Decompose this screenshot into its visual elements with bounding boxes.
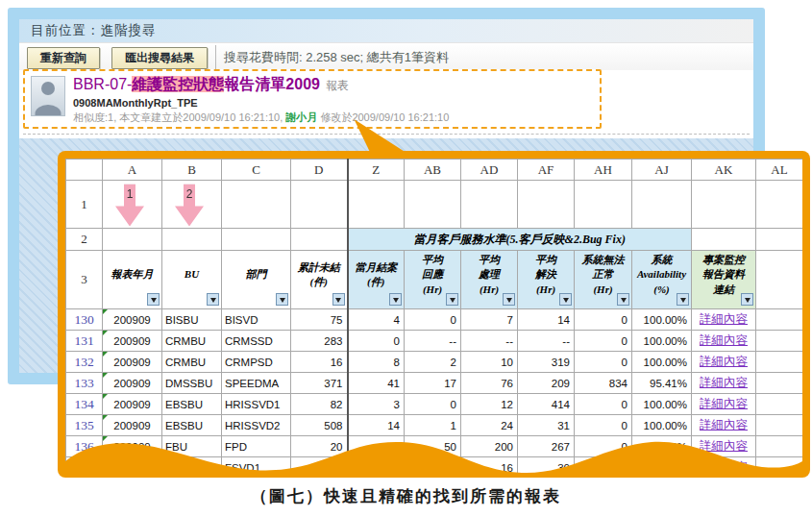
- filter-dropdown-icon[interactable]: [677, 293, 689, 306]
- cell[interactable]: [756, 331, 803, 352]
- cell-dept[interactable]: SPEEDMA: [222, 373, 291, 394]
- detail-link[interactable]: 詳細內容: [700, 376, 748, 389]
- cell-open-count[interactable]: 371: [291, 373, 348, 394]
- cell-month[interactable]: 200909: [103, 373, 162, 394]
- column-header-AL[interactable]: AL: [756, 160, 803, 181]
- column-header-AF[interactable]: AF: [518, 160, 575, 181]
- cell-month[interactable]: 200909: [103, 352, 162, 373]
- cell[interactable]: [756, 309, 803, 331]
- cell-dept[interactable]: CRMPSD: [222, 352, 291, 373]
- filter-dropdown-icon[interactable]: [559, 293, 572, 306]
- row-header-2[interactable]: 2: [66, 229, 103, 251]
- cell-avg-response[interactable]: 2: [405, 352, 461, 373]
- cell-avg-process[interactable]: 24: [461, 415, 518, 436]
- cell[interactable]: [632, 181, 692, 229]
- cell[interactable]: [291, 229, 348, 251]
- cell-open-count[interactable]: 16: [291, 352, 348, 373]
- filter-dropdown-icon[interactable]: [207, 293, 219, 306]
- cell-avg-process[interactable]: 12: [461, 394, 518, 415]
- cell-avg-resolve[interactable]: 14: [518, 309, 575, 331]
- cell-month[interactable]: 200909: [103, 415, 162, 436]
- cell-dept[interactable]: BISVD: [222, 309, 291, 331]
- search-result-item[interactable]: BBR-07-維護監控狀態報告清單2009報表 0908MAMonthlyRpt…: [23, 69, 602, 129]
- row-header-130[interactable]: 130: [66, 309, 103, 331]
- cell[interactable]: [575, 181, 632, 229]
- cell-avg-process[interactable]: 10: [461, 352, 518, 373]
- cell[interactable]: [405, 181, 461, 229]
- column-header-D[interactable]: D: [291, 160, 348, 181]
- filter-dropdown-icon[interactable]: [617, 293, 629, 306]
- cell[interactable]: [756, 415, 803, 436]
- detail-link[interactable]: 詳細內容: [700, 333, 748, 347]
- row-header-3[interactable]: 3: [66, 251, 103, 309]
- cell-availability[interactable]: 95.41%: [632, 373, 692, 394]
- cell-avg-resolve[interactable]: 319: [518, 352, 575, 373]
- column-header-AH[interactable]: AH: [575, 160, 632, 181]
- cell-month[interactable]: 200909: [103, 309, 162, 331]
- filter-dropdown-icon[interactable]: [147, 293, 160, 306]
- cell-avg-process[interactable]: 76: [461, 373, 518, 394]
- column-header-A[interactable]: A: [103, 160, 162, 181]
- cell-month[interactable]: 200909: [103, 394, 162, 415]
- cell[interactable]: [222, 181, 291, 229]
- row-header-135[interactable]: 135: [66, 415, 103, 436]
- cell-downtime[interactable]: 0: [575, 394, 632, 415]
- cell-closed-count[interactable]: 0: [348, 331, 405, 352]
- cell-closed-count[interactable]: 41: [348, 373, 405, 394]
- cell-bu[interactable]: DMSSBU: [162, 373, 222, 394]
- cell[interactable]: [291, 181, 348, 229]
- cell[interactable]: [518, 181, 575, 229]
- column-header-AD[interactable]: AD: [461, 160, 518, 181]
- filter-dropdown-icon[interactable]: [503, 293, 515, 306]
- cell[interactable]: [756, 352, 803, 373]
- detail-link[interactable]: 詳細內容: [700, 312, 748, 326]
- cell[interactable]: [222, 229, 291, 251]
- filter-dropdown-icon[interactable]: [276, 293, 288, 306]
- detail-link[interactable]: 詳細內容: [700, 418, 748, 431]
- cell-dept[interactable]: HRISSVD1: [222, 394, 291, 415]
- column-header-AB[interactable]: AB: [405, 160, 461, 181]
- row-header-132[interactable]: 132: [66, 352, 103, 373]
- cell-dept[interactable]: HRISSVD2: [222, 415, 291, 436]
- detail-link[interactable]: 詳細內容: [700, 397, 748, 410]
- detail-link[interactable]: 詳細內容: [700, 355, 748, 368]
- cell-dept[interactable]: CRMSSD: [222, 331, 291, 352]
- cell-availability[interactable]: 100.00%: [632, 331, 692, 352]
- cell-avg-response[interactable]: 0: [405, 394, 461, 415]
- cell[interactable]: [756, 373, 803, 394]
- column-header-AK[interactable]: AK: [692, 160, 756, 181]
- cell[interactable]: [756, 251, 803, 309]
- cell-avg-response[interactable]: --: [405, 331, 461, 352]
- cell-avg-response[interactable]: 17: [405, 373, 461, 394]
- cell-availability[interactable]: 100.00%: [632, 415, 692, 436]
- cell-availability[interactable]: 100.00%: [632, 394, 692, 415]
- cell[interactable]: [348, 181, 405, 229]
- cell[interactable]: [461, 181, 518, 229]
- row-header-134[interactable]: 134: [66, 394, 103, 415]
- cell-open-count[interactable]: 75: [291, 309, 348, 331]
- cell-avg-response[interactable]: 0: [405, 309, 461, 331]
- row-header-133[interactable]: 133: [66, 373, 103, 394]
- cell-bu[interactable]: EBSBU: [162, 415, 222, 436]
- row-header-1[interactable]: 1: [66, 181, 103, 229]
- export-results-button[interactable]: 匯出搜尋結果: [111, 47, 208, 69]
- cell-downtime[interactable]: 0: [575, 415, 632, 436]
- cell[interactable]: [103, 229, 162, 251]
- cell-avg-resolve[interactable]: 31: [518, 415, 575, 436]
- cell-closed-count[interactable]: 4: [348, 309, 405, 331]
- filter-dropdown-icon[interactable]: [332, 293, 345, 306]
- cell-avg-process[interactable]: 7: [461, 309, 518, 331]
- cell[interactable]: 1: [103, 181, 162, 229]
- cell-bu[interactable]: EBSBU: [162, 394, 222, 415]
- cell[interactable]: [756, 181, 803, 229]
- result-title-link[interactable]: BBR-07-維護監控狀態報告清單2009報表: [73, 74, 449, 96]
- cell-bu[interactable]: CRMBU: [162, 352, 222, 373]
- cell-month[interactable]: 200909: [103, 331, 162, 352]
- cell[interactable]: [756, 394, 803, 415]
- filter-dropdown-icon[interactable]: [446, 293, 458, 306]
- row-header-131[interactable]: 131: [66, 331, 103, 352]
- filter-dropdown-icon[interactable]: [389, 293, 402, 306]
- cell-open-count[interactable]: 508: [291, 415, 348, 436]
- cell-downtime[interactable]: 0: [575, 331, 632, 352]
- column-header-B[interactable]: B: [162, 160, 222, 181]
